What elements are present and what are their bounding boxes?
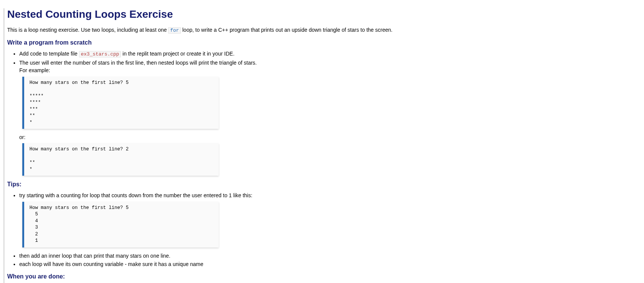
li-text: The user will enter the number of stars … <box>19 60 257 66</box>
list-item: The user will enter the number of stars … <box>19 59 640 176</box>
section-heading-done: When you are done: <box>7 273 640 280</box>
intro-paragraph: This is a loop nesting exercise. Use two… <box>7 26 640 34</box>
li-text: try starting with a counting for loop th… <box>19 192 252 198</box>
write-list: Add code to template file ex3_stars.cpp … <box>7 50 640 176</box>
code-example-1: How many stars on the first line? 5 ****… <box>22 77 219 129</box>
code-example-3: How many stars on the first line? 5 5 4 … <box>22 202 219 247</box>
page-title: Nested Counting Loops Exercise <box>7 8 640 20</box>
intro-text-2: loop, to write a C++ program that prints… <box>182 27 392 33</box>
document-content: Nested Counting Loops Exercise This is a… <box>4 8 640 283</box>
section-heading-write: Write a program from scratch <box>7 39 640 46</box>
list-item: Add code to template file ex3_stars.cpp … <box>19 50 640 58</box>
li-text: in the replit team project or create it … <box>122 51 234 57</box>
section-heading-tips: Tips: <box>7 181 640 188</box>
code-example-2: How many stars on the first line? 2 ** * <box>22 143 219 176</box>
tips-list: try starting with a counting for loop th… <box>7 192 640 268</box>
li-text: For example: <box>19 67 50 73</box>
list-item: try starting with a counting for loop th… <box>19 192 640 247</box>
for-keyword: for <box>168 27 181 34</box>
list-item: then add an inner loop that can print th… <box>19 252 640 260</box>
list-item: each loop will have its own counting var… <box>19 260 640 268</box>
intro-text-1: This is a loop nesting exercise. Use two… <box>7 27 168 33</box>
or-text: or: <box>19 134 25 140</box>
li-text: Add code to template file <box>19 51 79 57</box>
filename-code: ex3_stars.cpp <box>79 51 121 57</box>
